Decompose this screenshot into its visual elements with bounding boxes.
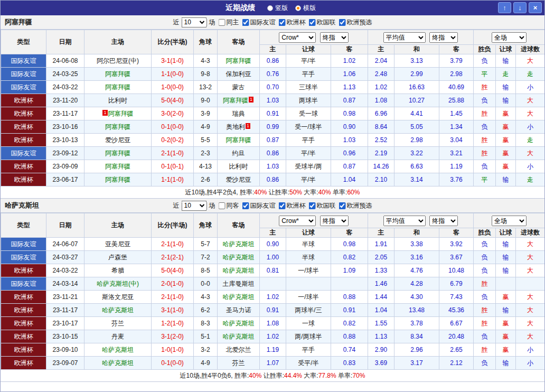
score-cell: 3-0(2-0) <box>152 107 194 120</box>
score-cell: 2-0(1-0) <box>152 277 194 291</box>
result-outcome-cell: 负 <box>474 120 496 134</box>
score-cell: 3-1(1-0) <box>152 304 194 317</box>
handicap-cell: 两/两球半 <box>286 330 331 343</box>
home-team-cell: 亚美尼亚 <box>84 238 152 251</box>
odds-final-select[interactable]: 终指 <box>320 216 349 226</box>
match-row: 欧洲杯23-09-10哈萨克斯坦1-0(1-0)3-2北爱尔兰1.19平手0.7… <box>1 343 545 357</box>
odds-away-cell: 0.87 <box>331 160 368 173</box>
result-outcome-cell: 胜 <box>474 304 496 317</box>
team-name: 阿塞拜疆 <box>226 57 251 64</box>
same-venue-input[interactable] <box>219 202 225 209</box>
summary-value: 40% <box>249 372 261 379</box>
odds-source-select[interactable]: Crow* <box>279 216 316 226</box>
corner-cell: 7-2 <box>194 251 218 264</box>
same-venue-checkbox[interactable]: 同主 <box>219 18 239 27</box>
result-handicap-cell: 赢 <box>496 160 516 173</box>
avg-final-select[interactable]: 终指 <box>429 216 458 226</box>
home-team-cell: 哈萨克斯坦 <box>84 357 152 370</box>
league-qualifiers-input[interactable] <box>339 19 346 26</box>
league-qualifiers-input[interactable] <box>339 202 346 209</box>
odds-home-cell: 0.76 <box>260 68 286 81</box>
col-date: 日期 <box>46 30 84 54</box>
odds-final-select[interactable]: 终指 <box>320 32 349 43</box>
avg-home-cell: 2.48 <box>368 68 394 81</box>
layout-horizontal-radio[interactable]: 横版 <box>295 4 316 13</box>
same-venue-checkbox[interactable]: 同客 <box>219 201 239 210</box>
home-team-cell: 阿塞拜疆 <box>84 173 152 186</box>
result-outcome-cell: 负 <box>474 160 496 173</box>
odds-home-cell: 1.00 <box>260 251 286 264</box>
summary-label: 单率: <box>336 372 353 379</box>
league-checkbox-qualifiers[interactable]: 欧洲预选 <box>339 201 372 210</box>
odds-away-cell: 0.88 <box>331 291 368 304</box>
score-cell: 1-0(0-0) <box>152 81 194 94</box>
league-checkbox-euro[interactable]: 欧洲杯 <box>279 18 306 27</box>
match-type-cell: 欧洲杯 <box>1 134 46 147</box>
odds-source-select[interactable]: Crow* <box>279 32 316 43</box>
result-handicap-cell: 输 <box>496 251 516 264</box>
league-checkbox-nations[interactable]: 欧国联 <box>309 201 336 210</box>
result-goals-cell: 大 <box>516 94 545 107</box>
result-handicap-cell: 赢 <box>496 317 516 330</box>
team-name: 北爱尔兰 <box>226 346 251 353</box>
handicap-cell: 一球 <box>286 317 331 330</box>
move-down-button[interactable]: ↓ <box>513 2 527 13</box>
team-name: 哈萨克斯坦(中) <box>97 280 139 287</box>
team-name: 哈萨克斯坦 <box>223 254 255 261</box>
league-checkbox-euro[interactable]: 欧洲杯 <box>279 201 306 210</box>
home-team-cell: 阿塞拜疆 <box>84 160 152 173</box>
radio-selected-icon <box>295 5 301 11</box>
summary-label: 胜率: <box>234 372 249 379</box>
away-team-cell: 保加利亚 <box>218 68 260 81</box>
subcol-goals-result: 进球数 <box>516 228 545 238</box>
league-checkbox-qualifiers[interactable]: 欧洲预选 <box>339 18 372 27</box>
odds-away-cell: 1.04 <box>331 173 368 186</box>
summary-row: 近10场,胜4平2负4, 胜率:40% 让胜率:50% 大率:40% 单率:60… <box>1 186 544 199</box>
avg-final-select[interactable]: 终指 <box>429 32 458 43</box>
avg-source-select[interactable]: 平均值 <box>383 32 426 43</box>
team-name: 丹麦 <box>111 333 124 340</box>
result-handicap-cell: 输 <box>496 94 516 107</box>
summary-value: 40% <box>254 189 267 196</box>
league-friendly-input[interactable] <box>242 202 249 209</box>
league-nations-input[interactable] <box>309 19 316 26</box>
odds-home-cell: 1.02 <box>260 330 286 343</box>
away-team-cell: 土库曼斯坦 <box>218 277 260 291</box>
odds-away-cell: 0.98 <box>331 107 368 120</box>
league-friendly-input[interactable] <box>242 19 249 26</box>
match-type-cell: 国际友谊 <box>1 54 46 68</box>
odds-home-cell: 0.90 <box>260 238 286 251</box>
scope-select[interactable]: 全场 <box>492 32 527 43</box>
results-table-body: 国际友谊24-06-08阿尔巴尼亚(中)3-1(1-0)4-3阿塞拜疆0.86平… <box>1 54 545 186</box>
section-kazakhstan: 哈萨克斯坦 近 10 场 同客 国际友谊 欧洲杯 欧国联 欧洲预选 类型 <box>1 199 544 382</box>
match-date-cell: 23-09-12 <box>46 147 84 160</box>
summary-label: 让胜率: <box>261 372 284 379</box>
window-title: 近期战绩 <box>225 3 255 13</box>
result-handicap-cell <box>496 277 516 291</box>
avg-away-cell: 2.65 <box>439 343 474 357</box>
match-count-select[interactable]: 10 <box>182 17 207 27</box>
league-checkbox-nations[interactable]: 欧国联 <box>309 18 336 27</box>
close-button[interactable]: × <box>529 2 542 13</box>
match-count-select[interactable]: 10 <box>182 201 207 211</box>
match-row: 国际友谊24-06-07亚美尼亚2-1(1-0)5-7哈萨克斯坦0.90半球0.… <box>1 238 545 251</box>
result-goals-cell: 大 <box>516 317 545 330</box>
league-euro-input[interactable] <box>279 19 286 26</box>
corner-cell: 8-3 <box>194 317 218 330</box>
corner-cell: 2-6 <box>194 173 218 186</box>
handicap-cell: 受一球 <box>286 107 331 120</box>
avg-draw-cell: 4.30 <box>394 291 439 304</box>
scope-select[interactable]: 全场 <box>492 216 527 226</box>
match-row: 欧洲杯23-10-15丹麦3-1(2-0)5-1哈萨克斯坦1.02两/两球半0.… <box>1 330 545 343</box>
same-venue-input[interactable] <box>219 19 225 26</box>
subcol-handicap-result: 让球 <box>496 45 516 54</box>
league-checkbox-friendly[interactable]: 国际友谊 <box>242 18 276 27</box>
league-nations-input[interactable] <box>309 202 316 209</box>
layout-vertical-radio[interactable]: 竖版 <box>267 4 288 13</box>
league-euro-input[interactable] <box>279 202 286 209</box>
move-up-button[interactable]: ↑ <box>498 2 511 13</box>
result-goals-cell: 大 <box>516 107 545 120</box>
odds-away-cell: 0.82 <box>331 251 368 264</box>
league-checkbox-friendly[interactable]: 国际友谊 <box>242 201 276 210</box>
avg-source-select[interactable]: 平均值 <box>383 216 426 226</box>
